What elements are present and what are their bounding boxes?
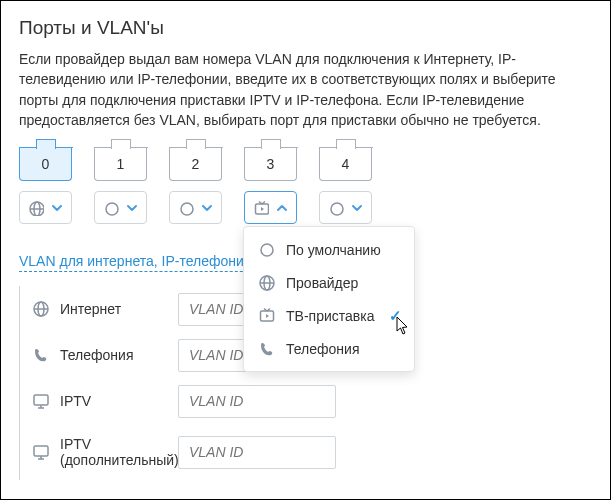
phone-icon: [32, 346, 50, 364]
chevron-down-icon: [51, 202, 63, 214]
cursor-icon: [393, 315, 411, 337]
vlan-input-iptv[interactable]: [178, 385, 336, 418]
port-0-select[interactable]: [19, 191, 72, 224]
globe-icon: [258, 274, 275, 291]
circle-icon: [328, 200, 344, 216]
chevron-down-icon: [201, 202, 213, 214]
port-1-select[interactable]: [94, 191, 147, 224]
vlan-input-iptv-extra[interactable]: [178, 436, 336, 469]
port-0[interactable]: 0: [19, 148, 72, 181]
port-2[interactable]: 2: [169, 148, 222, 181]
chevron-down-icon: [126, 202, 138, 214]
monitor-icon: [32, 443, 50, 461]
vlan-label-iptv: IPTV: [20, 392, 178, 410]
circle-icon: [258, 241, 275, 258]
monitor-icon: [32, 392, 50, 410]
dropdown-item-tvbox[interactable]: ТВ-приставка ✓: [244, 299, 414, 332]
port-1[interactable]: 1: [94, 148, 147, 181]
globe-icon: [32, 300, 50, 318]
port-4-select[interactable]: [319, 191, 372, 224]
globe-icon: [28, 200, 44, 216]
page-title: Порты и VLAN'ы: [19, 17, 592, 39]
dropdown-item-default[interactable]: По умолчанию: [244, 233, 414, 266]
circle-icon: [103, 200, 119, 216]
tv-icon: [258, 307, 275, 324]
vlan-row-iptv: IPTV: [20, 378, 592, 424]
tv-icon: [253, 200, 269, 216]
page-description: Если провайдер выдал вам номера VLAN для…: [19, 49, 592, 130]
ports-row: 0 1 2 3 4: [19, 148, 592, 181]
vlan-label-telephony: Телефония: [20, 346, 178, 364]
port-3-select[interactable]: [244, 191, 297, 224]
chevron-up-icon: [276, 202, 288, 214]
vlan-label-iptv-extra: IPTV (дополнительный): [20, 436, 178, 468]
port-select-dropdown: По умолчанию Провайдер ТВ-приставка ✓ Те…: [243, 226, 415, 372]
port-3[interactable]: 3: [244, 148, 297, 181]
chevron-down-icon: [351, 202, 363, 214]
vlan-row-iptv-extra: IPTV (дополнительный): [20, 424, 592, 480]
vlan-label-internet: Интернет: [20, 300, 178, 318]
phone-icon: [258, 340, 275, 357]
dropdown-item-telephony[interactable]: Телефония: [244, 332, 414, 365]
port-selects-row: [19, 191, 592, 224]
circle-icon: [178, 200, 194, 216]
dropdown-item-provider[interactable]: Провайдер: [244, 266, 414, 299]
port-4[interactable]: 4: [319, 148, 372, 181]
port-2-select[interactable]: [169, 191, 222, 224]
